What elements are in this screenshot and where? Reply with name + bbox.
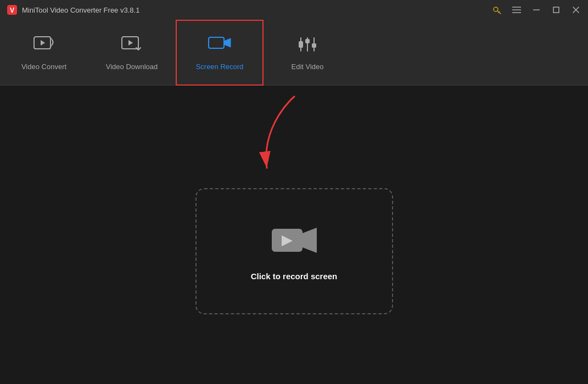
- nav-label-video-convert: Video Convert: [21, 63, 66, 71]
- nav-item-screen-record[interactable]: Screen Record: [176, 20, 264, 86]
- record-box[interactable]: Click to record screen: [195, 188, 393, 314]
- minimize-icon[interactable]: [531, 4, 542, 15]
- video-download-icon: [121, 35, 143, 57]
- nav-item-video-convert[interactable]: Video Convert: [0, 20, 88, 86]
- title-controls: [491, 4, 581, 15]
- video-convert-icon: [33, 35, 55, 57]
- svg-rect-17: [312, 43, 316, 48]
- title-left: V MiniTool Video Converter Free v3.8.1: [7, 4, 139, 15]
- nav-label-video-download: Video Download: [106, 63, 158, 71]
- title-bar: V MiniTool Video Converter Free v3.8.1: [0, 0, 588, 20]
- svg-rect-16: [305, 39, 310, 43]
- app-logo-icon: V: [7, 4, 18, 15]
- app-title: MiniTool Video Converter Free v3.8.1: [22, 6, 139, 14]
- nav-label-screen-record: Screen Record: [196, 63, 244, 71]
- record-camera-icon: [270, 222, 319, 261]
- svg-rect-15: [299, 41, 303, 48]
- key-icon[interactable]: [491, 4, 502, 15]
- close-icon[interactable]: [570, 4, 581, 15]
- nav-bar: Video Convert Video Download Screen Reco…: [0, 20, 588, 86]
- restore-icon[interactable]: [551, 4, 562, 15]
- svg-rect-9: [553, 7, 559, 13]
- svg-rect-14: [209, 37, 224, 48]
- record-label: Click to record screen: [251, 272, 338, 281]
- nav-item-edit-video[interactable]: Edit Video: [264, 20, 351, 86]
- menu-icon[interactable]: [511, 4, 522, 15]
- svg-text:V: V: [10, 7, 14, 14]
- nav-item-video-download[interactable]: Video Download: [88, 20, 176, 86]
- arrow-indicator: [250, 91, 316, 181]
- main-content: Click to record screen: [0, 86, 588, 384]
- svg-point-2: [494, 7, 498, 12]
- edit-video-icon: [296, 35, 318, 57]
- nav-label-edit-video: Edit Video: [291, 63, 323, 71]
- screen-record-icon: [208, 35, 232, 57]
